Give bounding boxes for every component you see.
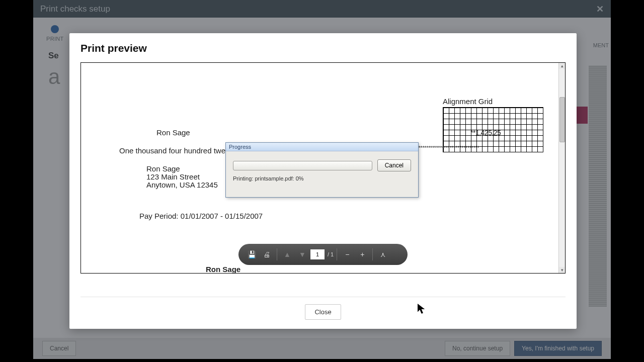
scroll-thumb[interactable] [559, 97, 565, 142]
scroll-up-icon[interactable]: ▴ [559, 63, 566, 69]
progress-status-text: Printing: printsample.pdf: 0% [226, 175, 418, 186]
check-payee-name: Ron Sage [156, 128, 190, 137]
page-down-icon[interactable]: ▼ [295, 247, 309, 261]
address-line1: 123 Main Street [146, 173, 218, 181]
acrobat-icon[interactable]: ⋏ [376, 247, 390, 261]
asterisk-line: ********************************** [413, 145, 543, 151]
check-stub-payee: Ron Sage [206, 265, 240, 274]
check-amount-words: One thousand four hundred twe [119, 146, 225, 155]
page-number-input[interactable] [310, 249, 325, 259]
grid-amount: **1,425.25 [470, 129, 501, 137]
alignment-grid-label: Alignment Grid [443, 97, 543, 106]
address-line2: Anytown, USA 12345 [146, 181, 218, 189]
pay-period: Pay Period: 01/01/2007 - 01/15/2007 [139, 212, 263, 220]
scroll-down-icon[interactable]: ▾ [559, 267, 566, 273]
page-total: / 1 [326, 251, 334, 257]
print-icon[interactable]: 🖨 [260, 247, 274, 261]
progress-dialog: Progress Cancel Printing: printsample.pd… [225, 142, 419, 198]
progress-title: Progress [226, 143, 418, 151]
print-preview-title: Print preview [69, 33, 577, 59]
progress-bar [233, 161, 372, 170]
address-name: Ron Sage [146, 165, 218, 173]
zoom-out-icon[interactable]: − [340, 247, 354, 261]
alignment-grid: Alignment Grid **1,425.25 [443, 97, 543, 152]
close-preview-button[interactable]: Close [305, 304, 341, 320]
preview-scrollbar[interactable]: ▴ ▾ [558, 63, 565, 273]
zoom-in-icon[interactable]: + [355, 247, 369, 261]
progress-cancel-button[interactable]: Cancel [377, 159, 411, 171]
pdf-toolbar: 💾 🖨 ▲ ▼ / 1 − + ⋏ [238, 244, 408, 265]
check-address-block: Ron Sage 123 Main Street Anytown, USA 12… [146, 165, 218, 190]
save-icon[interactable]: 💾 [245, 247, 259, 261]
check-document: Ron Sage One thousand four hundred twe R… [81, 63, 558, 103]
page-up-icon[interactable]: ▲ [280, 247, 294, 261]
